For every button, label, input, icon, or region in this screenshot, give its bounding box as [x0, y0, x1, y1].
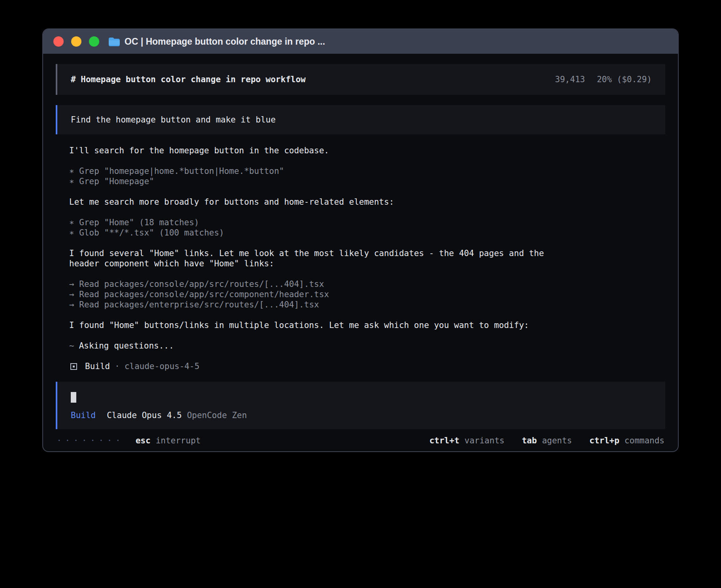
- hint-variants: ctrl+t variants: [429, 435, 504, 446]
- context-usage-cost: 20% ($0.29): [597, 74, 652, 85]
- tool-call-group: ∗ Grep "Home" (18 matches) ∗ Glob "**/*.…: [69, 217, 575, 238]
- assistant-transcript: I'll search for the homepage button in t…: [69, 145, 575, 371]
- folder-icon: [108, 37, 120, 46]
- separator-dot: ·: [115, 361, 120, 371]
- token-count: 39,413: [555, 74, 585, 85]
- agent-name: Build: [85, 361, 110, 371]
- status-left: ········ esc interrupt: [57, 435, 201, 446]
- file-read-line: → Read packages/console/app/src/componen…: [69, 289, 575, 300]
- terminal-content: # Homepage button color change in repo w…: [43, 54, 678, 446]
- tool-bullet-icon: ∗: [69, 166, 74, 176]
- minimize-window-button[interactable]: [71, 36, 81, 47]
- user-message: Find the homepage button and make it blu…: [56, 105, 665, 134]
- spinner-icon: ~: [69, 341, 74, 351]
- session-header: # Homepage button color change in repo w…: [56, 64, 665, 95]
- window-title: OC | Homepage button color change in rep…: [125, 36, 325, 47]
- mode-label[interactable]: Build: [71, 410, 96, 420]
- tool-call-line: ∗ Grep "Homepage": [69, 176, 575, 187]
- assistant-message: I found several "Home" links. Let me loo…: [69, 248, 575, 269]
- hint-commands: ctrl+p commands: [589, 435, 664, 446]
- text-cursor: [71, 392, 76, 403]
- build-agent-icon: [70, 363, 77, 370]
- assistant-message: Let me search more broadly for buttons a…: [69, 197, 575, 207]
- assistant-message: I'll search for the homepage button in t…: [69, 145, 575, 156]
- traffic-lights: [53, 36, 99, 47]
- terminal-window: OC | Homepage button color change in rep…: [42, 28, 679, 452]
- user-message-text: Find the homepage button and make it blu…: [71, 115, 276, 124]
- hint-agents: tab agents: [522, 435, 572, 446]
- window-titlebar[interactable]: OC | Homepage button color change in rep…: [43, 29, 678, 54]
- provider-label: OpenCode Zen: [187, 410, 247, 420]
- input-meta-row: Build Claude Opus 4.5 OpenCode Zen: [71, 410, 652, 420]
- file-read-line: → Read packages/enterprise/src/routes/[.…: [69, 300, 575, 310]
- activity-dots: ········: [57, 435, 124, 446]
- file-read-line: → Read packages/console/app/src/routes/[…: [69, 279, 575, 289]
- tool-bullet-icon: ∗: [69, 228, 74, 237]
- close-window-button[interactable]: [53, 36, 64, 47]
- tool-bullet-icon: ∗: [69, 177, 74, 186]
- file-read-group: → Read packages/console/app/src/routes/[…: [69, 279, 575, 310]
- tool-call-group: ∗ Grep "homepage|home.*button|Home.*butt…: [69, 166, 575, 187]
- tool-call-line: ∗ Grep "Home" (18 matches): [69, 217, 575, 228]
- session-title: # Homepage button color change in repo w…: [71, 74, 306, 85]
- zoom-window-button[interactable]: [89, 36, 99, 47]
- tool-bullet-icon: ∗: [69, 218, 74, 227]
- esc-key-label: interrupt: [156, 435, 201, 446]
- arrow-icon: →: [69, 300, 74, 309]
- agent-status-line: Build · claude-opus-4-5: [69, 361, 575, 371]
- status-bar: ········ esc interrupt ctrl+t variants t…: [56, 435, 665, 446]
- arrow-icon: →: [69, 279, 74, 289]
- tool-call-line: ∗ Grep "homepage|home.*button|Home.*butt…: [69, 166, 575, 176]
- tool-call-line: ∗ Glob "**/*.tsx" (100 matches): [69, 228, 575, 238]
- prompt-input[interactable]: Build Claude Opus 4.5 OpenCode Zen: [56, 382, 665, 429]
- agent-model: claude-opus-4-5: [125, 361, 200, 371]
- status-right: ctrl+t variants tab agents ctrl+p comman…: [429, 435, 664, 446]
- session-stats: 39,413 20% ($0.29): [555, 74, 652, 85]
- model-label[interactable]: Claude Opus 4.5: [107, 410, 182, 420]
- arrow-icon: →: [69, 290, 74, 299]
- esc-key-hint: esc: [136, 435, 151, 446]
- assistant-message: I found "Home" buttons/links in multiple…: [69, 320, 575, 330]
- working-status-line: ~Asking questions...: [69, 341, 575, 351]
